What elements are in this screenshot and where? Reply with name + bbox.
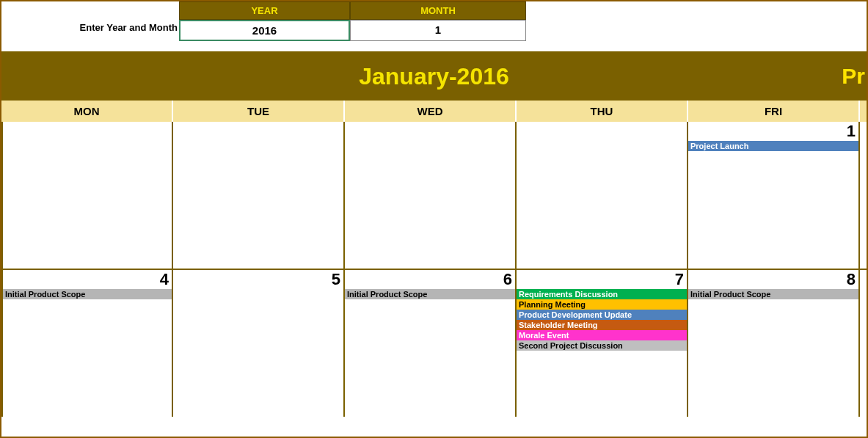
- calendar-title-bar: January-2016 Pr: [1, 51, 867, 101]
- calendar-event[interactable]: Morale Event: [517, 330, 687, 340]
- calendar-event[interactable]: Initial Product Scope: [688, 289, 858, 299]
- enter-year-month-label: Enter Year and Month: [1, 1, 179, 41]
- day-number: 5: [173, 270, 343, 289]
- day-header-fri: FRI: [688, 101, 860, 122]
- month-header: MONTH: [350, 1, 526, 20]
- day-header-tue: TUE: [173, 101, 345, 122]
- calendar-event[interactable]: Initial Product Scope: [3, 289, 172, 299]
- day-number: 7: [517, 270, 687, 289]
- day-number: 6: [345, 270, 515, 289]
- day-number: 4: [3, 270, 172, 289]
- year-input[interactable]: 2016: [179, 20, 350, 41]
- calendar-event[interactable]: Product Development Update: [517, 310, 687, 320]
- calendar-cell[interactable]: [345, 122, 517, 269]
- calendar-grid: 1Project Launch 4Initial Product Scope56…: [1, 122, 867, 417]
- title-right-clip: Pr: [842, 51, 867, 101]
- calendar-cell[interactable]: 8Initial Product Scope: [688, 270, 860, 417]
- year-header: YEAR: [179, 1, 350, 20]
- day-header-row: MON TUE WED THU FRI: [1, 101, 867, 122]
- calendar-event[interactable]: Project Launch: [688, 141, 858, 151]
- week-row: 4Initial Product Scope56Initial Product …: [1, 269, 867, 417]
- day-number: 8: [688, 270, 858, 289]
- calendar-cell[interactable]: 1Project Launch: [688, 122, 860, 269]
- calendar-event[interactable]: Second Project Discussion: [517, 340, 687, 351]
- calendar-cell[interactable]: [173, 122, 345, 269]
- calendar-title: January-2016: [359, 63, 509, 90]
- day-number: 1: [688, 122, 858, 141]
- day-header-wed: WED: [345, 101, 517, 122]
- month-input[interactable]: 1: [350, 20, 526, 41]
- calendar-cell[interactable]: [517, 122, 688, 269]
- calendar-event[interactable]: Stakeholder Meeting: [517, 320, 687, 330]
- calendar-event[interactable]: Requirements Discussion: [517, 289, 687, 299]
- week-row: 1Project Launch: [1, 122, 867, 269]
- calendar-event[interactable]: Initial Product Scope: [345, 289, 515, 299]
- day-header-thu: THU: [517, 101, 688, 122]
- calendar-cell[interactable]: 4Initial Product Scope: [1, 270, 173, 417]
- calendar-cell[interactable]: 5: [173, 270, 345, 417]
- day-header-mon: MON: [1, 101, 173, 122]
- calendar-cell[interactable]: 7Requirements DiscussionPlanning Meeting…: [517, 270, 688, 417]
- calendar-cell[interactable]: [1, 122, 173, 269]
- calendar-cell[interactable]: 6Initial Product Scope: [345, 270, 517, 417]
- calendar-event[interactable]: Planning Meeting: [517, 299, 687, 310]
